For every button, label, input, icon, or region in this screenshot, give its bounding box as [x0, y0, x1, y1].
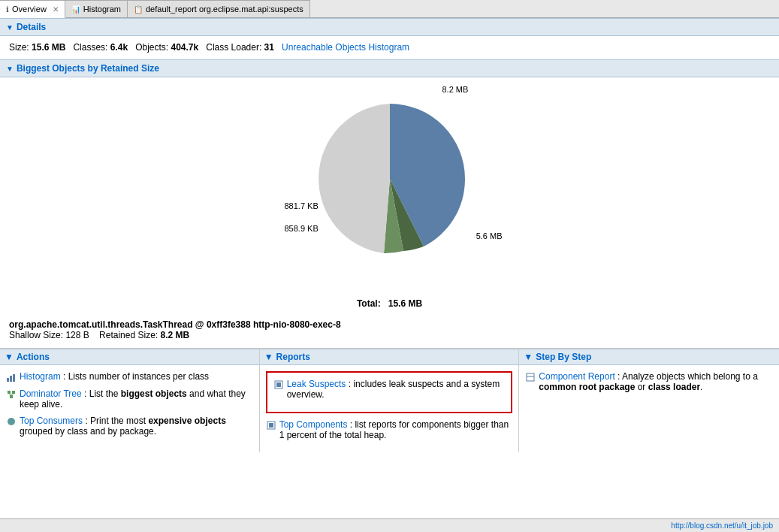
retained-size-label: Retained Size:: [99, 330, 158, 340]
dominator-icon: [6, 389, 17, 400]
total-label: Total:: [357, 298, 381, 309]
size-value: 15.6 MB: [32, 42, 65, 53]
selected-object-name: org.apache.tomcat.util.threads.TaskThrea…: [9, 319, 770, 330]
action-dominator: Dominator Tree : List the biggest object…: [6, 388, 253, 410]
action-topconsumers: Top Consumers : Print the most expensive…: [6, 416, 253, 437]
tab-report-label: default_report org.eclipse.mat.api:suspe…: [146, 5, 303, 14]
tab-overview-close[interactable]: ✕: [53, 5, 59, 14]
details-arrow: ▼: [6, 23, 14, 32]
label-858kb: 858.9 KB: [285, 224, 319, 233]
info-icon: ℹ: [6, 5, 9, 14]
pie-segment-gray: [319, 104, 390, 253]
retained-size-value: 8.2 MB: [160, 330, 189, 340]
leaksuspects-icon: [273, 379, 284, 390]
classloader-label: Class Loader:: [206, 42, 261, 53]
stepbystep-section: ▼ Step By Step Component Report : Analyz…: [519, 349, 779, 452]
leaksuspects-link[interactable]: Leak Suspects: [287, 379, 346, 389]
reports-header[interactable]: ▼ Reports: [260, 349, 519, 365]
svg-point-8: [8, 418, 15, 425]
biggest-objects-header[interactable]: ▼ Biggest Objects by Retained Size: [0, 59, 779, 77]
svg-line-7: [11, 394, 14, 395]
histogram-icon: 📊: [71, 5, 80, 14]
action-histogram: Histogram : Lists number of instances pe…: [6, 371, 253, 382]
classes-label: Classes:: [73, 42, 107, 53]
biggest-objects-label: Biggest Objects by Retained Size: [17, 63, 159, 74]
label-8mb: 8.2 MB: [442, 85, 469, 94]
histogram-action-icon: [6, 372, 17, 382]
svg-rect-13: [527, 373, 534, 381]
topconsumers-link[interactable]: Top Consumers: [20, 416, 83, 426]
svg-rect-5: [10, 395, 13, 398]
details-line: Size: 15.6 MB Classes: 6.4k Objects: 404…: [0, 36, 779, 59]
topconsumers-icon: [6, 416, 17, 427]
pie-container: 8.2 MB 881.7 KB 858.9 KB 5.6 MB: [270, 85, 510, 295]
tab-bar: ℹ Overview ✕ 📊 Histogram 📋 default_repor…: [0, 0, 779, 18]
main-content: ▼ Details Size: 15.6 MB Classes: 6.4k Ob…: [0, 18, 779, 518]
topcomponents-icon: [266, 420, 276, 431]
report-topcomponents-text: Top Components : list reports for compon…: [279, 419, 513, 440]
svg-line-6: [9, 394, 11, 395]
label-881kb: 881.7 KB: [285, 201, 319, 210]
shallow-size-value: 128 B: [65, 330, 89, 340]
stepbystep-arrow: ▼: [524, 352, 533, 362]
stepbystep-header[interactable]: ▼ Step By Step: [519, 349, 779, 365]
classes-value: 6.4k: [110, 42, 128, 53]
status-url: http://blog.csdn.net/u/it_job.job: [671, 521, 773, 530]
reports-section: ▼ Reports Leak Suspects : includes leak …: [260, 349, 520, 452]
componentreport-icon: [525, 372, 536, 382]
tab-overview[interactable]: ℹ Overview ✕: [0, 0, 65, 18]
svg-rect-0: [7, 378, 9, 382]
svg-rect-10: [276, 382, 281, 387]
report-leaksuspects-text: Leak Suspects : includes leak suspects a…: [287, 379, 506, 400]
action-histogram-text: Histogram : Lists number of instances pe…: [20, 371, 209, 382]
reports-arrow: ▼: [264, 352, 273, 362]
objects-label: Objects:: [135, 42, 168, 53]
label-5mb: 5.6 MB: [476, 231, 503, 240]
stepbystep-label: Step By Step: [536, 352, 591, 362]
actions-section: ▼ Actions Histogram : Lists number of in…: [0, 349, 260, 452]
actions-header[interactable]: ▼ Actions: [0, 349, 259, 365]
report-icon: 📋: [134, 5, 143, 14]
actions-label: Actions: [17, 352, 50, 362]
chart-total: Total: 15.6 MB: [357, 295, 422, 315]
tab-overview-label: Overview: [12, 5, 47, 14]
report-topcomponents: Top Components : list reports for compon…: [266, 419, 513, 440]
componentreport-link[interactable]: Component Report: [539, 371, 614, 382]
svg-rect-1: [10, 376, 12, 382]
classloader-value: 31: [264, 42, 274, 53]
svg-rect-3: [8, 391, 11, 394]
dominator-link[interactable]: Dominator Tree: [20, 388, 82, 399]
objects-value: 404.7k: [171, 42, 199, 53]
componentreport-text: Component Report : Analyze objects which…: [539, 371, 773, 392]
svg-rect-4: [12, 391, 15, 394]
reports-label: Reports: [276, 352, 310, 362]
topcomponents-link[interactable]: Top Components: [279, 419, 348, 430]
svg-rect-2: [13, 374, 15, 382]
action-dominator-text: Dominator Tree : List the biggest object…: [20, 388, 253, 410]
tab-histogram-label: Histogram: [83, 5, 121, 14]
pie-chart-svg: [307, 96, 473, 261]
object-info: org.apache.tomcat.util.threads.TaskThrea…: [0, 315, 779, 345]
actions-arrow: ▼: [5, 352, 14, 362]
unreachable-link[interactable]: Unreachable Objects Histogram: [282, 42, 409, 53]
histogram-desc: : Lists number of instances per class: [63, 371, 209, 382]
report-leaksuspects: Leak Suspects : includes leak suspects a…: [273, 379, 506, 400]
tab-default-report[interactable]: 📋 default_report org.eclipse.mat.api:sus…: [128, 0, 310, 17]
stepbystep-componentreport: Component Report : Analyze objects which…: [525, 371, 773, 392]
action-topconsumers-text: Top Consumers : Print the most expensive…: [20, 416, 253, 437]
histogram-link[interactable]: Histogram: [20, 371, 61, 382]
details-header-label: Details: [17, 22, 46, 32]
tab-histogram[interactable]: 📊 Histogram: [65, 0, 128, 17]
shallow-size-label: Shallow Size:: [9, 330, 63, 340]
svg-rect-12: [269, 423, 273, 428]
reports-box: Leak Suspects : includes leak suspects a…: [266, 371, 513, 413]
status-bar: http://blog.csdn.net/u/it_job.job: [0, 518, 779, 532]
bottom-grid: ▼ Actions Histogram : Lists number of in…: [0, 348, 779, 452]
size-label: Size:: [9, 42, 29, 53]
total-value: 15.6 MB: [388, 298, 422, 309]
biggest-objects-arrow: ▼: [6, 65, 14, 73]
chart-area: 8.2 MB 881.7 KB 858.9 KB 5.6 MB Total:: [0, 77, 779, 315]
object-details: Shallow Size: 128 B Retained Size: 8.2 M…: [9, 330, 770, 340]
details-section-header[interactable]: ▼ Details: [0, 18, 779, 36]
